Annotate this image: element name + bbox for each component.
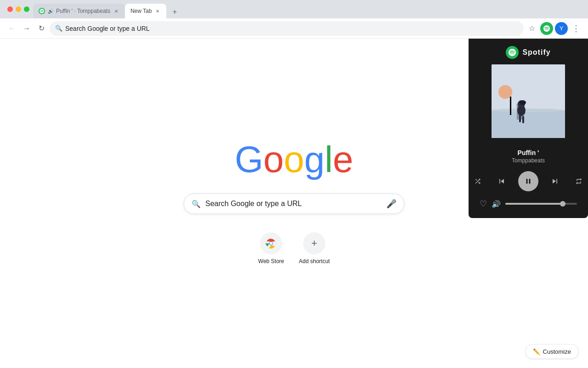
logo-o2: o: [284, 138, 305, 181]
tab-audio-icon: 🔊: [48, 9, 53, 14]
volume-fill: [505, 203, 563, 205]
refresh-button[interactable]: ↻: [35, 22, 48, 35]
logo-g: G: [235, 138, 263, 181]
shortcuts-row: Web Store + Add shortcut: [254, 229, 334, 268]
search-icon: 🔍: [192, 200, 201, 208]
add-shortcut-label: Add shortcut: [299, 258, 330, 264]
repeat-button[interactable]: [571, 174, 586, 189]
svg-rect-10: [522, 116, 524, 123]
artist-name: Tomppabeats: [469, 157, 588, 164]
spotify-header: Spotify: [469, 39, 588, 64]
svg-point-2: [270, 242, 272, 245]
title-bar: 🔊 Puffin ' · Tomppabeats ✕ New Tab ✕ +: [0, 0, 588, 18]
tabs-area: 🔊 Puffin ' · Tomppabeats ✕ New Tab ✕ +: [33, 0, 584, 18]
toolbar-right: ☆ Y ⋮: [526, 22, 582, 35]
web-store-label: Web Store: [258, 258, 284, 264]
like-button[interactable]: ♡: [480, 199, 487, 209]
search-bar[interactable]: 🔍 Search Google or type a URL 🎤: [184, 194, 404, 214]
spotify-popup: Spotify: [469, 39, 588, 218]
tab-spotify[interactable]: 🔊 Puffin ' · Tomppabeats ✕: [33, 4, 125, 18]
spotify-logo-icon: [506, 46, 519, 59]
spotify-extension-button[interactable]: [540, 22, 553, 35]
svg-point-13: [520, 100, 526, 105]
player-controls: [469, 171, 588, 191]
address-text: Search Google or type a URL: [65, 25, 518, 32]
content-area: G o o g l e 🔍 Search Google or type a UR…: [0, 39, 588, 368]
volume-icon[interactable]: 🔊: [492, 200, 501, 208]
customize-pencil-icon: ✏️: [533, 348, 540, 355]
svg-rect-14: [510, 97, 511, 115]
track-name: Puffin ': [469, 149, 588, 156]
pause-button[interactable]: [518, 171, 538, 191]
more-options-button[interactable]: ⋮: [570, 22, 582, 35]
svg-point-5: [492, 109, 565, 112]
volume-thumb: [560, 201, 565, 207]
browser-frame: 🔊 Puffin ' · Tomppabeats ✕ New Tab ✕ + ←…: [0, 0, 588, 368]
logo-e: e: [333, 138, 354, 181]
web-store-icon: [260, 232, 282, 254]
tab-spotify-label: Puffin ' · Tomppabeats: [56, 8, 110, 14]
back-button[interactable]: ←: [6, 22, 18, 35]
add-shortcut-icon: +: [303, 232, 325, 254]
minimize-window-button[interactable]: [16, 6, 21, 12]
album-art: [492, 64, 565, 138]
spotify-popup-title: Spotify: [522, 48, 550, 57]
bookmark-button[interactable]: ☆: [526, 22, 538, 35]
customize-label: Customize: [543, 348, 571, 355]
address-search-icon: 🔍: [55, 25, 62, 32]
address-bar[interactable]: 🔍 Search Google or type a URL: [50, 21, 524, 36]
svg-rect-4: [492, 110, 565, 138]
close-window-button[interactable]: [7, 6, 13, 12]
logo-l: l: [325, 138, 333, 181]
logo-o1: o: [263, 138, 284, 181]
new-tab-button[interactable]: +: [168, 6, 181, 18]
next-button[interactable]: [548, 174, 562, 189]
previous-button[interactable]: [494, 174, 509, 189]
shortcut-web-store[interactable]: Web Store: [254, 229, 288, 268]
window-controls: [4, 6, 33, 12]
shuffle-button[interactable]: [470, 174, 485, 189]
search-input[interactable]: Search Google or type a URL: [205, 200, 382, 208]
forward-button[interactable]: →: [20, 22, 33, 35]
profile-button[interactable]: Y: [555, 22, 568, 35]
shortcut-add[interactable]: + Add shortcut: [295, 229, 334, 268]
tab-close-newtab[interactable]: ✕: [154, 8, 161, 14]
microphone-icon[interactable]: 🎤: [386, 199, 396, 209]
maximize-window-button[interactable]: [24, 6, 29, 12]
customize-button[interactable]: ✏️ Customize: [525, 344, 579, 359]
tab-close-spotify[interactable]: ✕: [113, 8, 119, 14]
volume-slider[interactable]: [505, 203, 577, 205]
logo-g2: g: [304, 138, 325, 181]
google-logo: G o o g l e: [235, 138, 353, 181]
tab-newtab-label: New Tab: [130, 8, 152, 14]
toolbar: ← → ↻ 🔍 Search Google or type a URL ☆ Y …: [0, 18, 588, 39]
tab-newtab[interactable]: New Tab ✕: [125, 4, 166, 18]
volume-row: ♡ 🔊: [469, 199, 588, 209]
spotify-favicon: [39, 8, 45, 14]
